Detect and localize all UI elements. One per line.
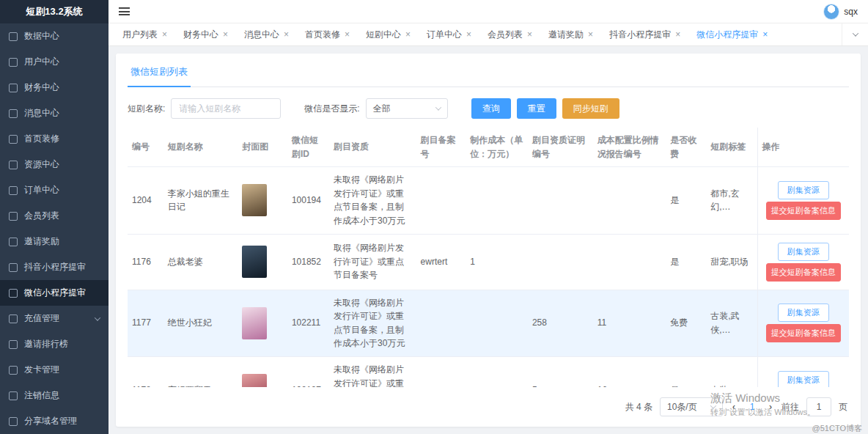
episode-resource-button[interactable]: 剧集资源: [778, 371, 829, 387]
home-decor-icon: [9, 135, 18, 144]
sidebar-item-2[interactable]: 财务中心: [0, 75, 108, 100]
cell: [466, 290, 528, 356]
sidebar-menu: 数据中心用户中心财务中心消息中心首页装修资源中心订单中心会员列表邀请奖励抖音小程…: [0, 23, 108, 434]
wechat-review-icon: [9, 289, 18, 298]
wechat-show-select[interactable]: 全部: [366, 98, 448, 119]
tab-9[interactable]: 微信小程序提审×: [688, 23, 776, 45]
cell: [416, 290, 466, 356]
next-page-button[interactable]: ›: [767, 402, 774, 412]
tab-8[interactable]: 抖音小程序提审×: [601, 23, 688, 45]
app-window: 短剧13.2系统 数据中心用户中心财务中心消息中心首页装修资源中心订单中心会员列…: [0, 0, 868, 434]
cell: 都市,玄幻,…: [706, 167, 757, 234]
close-icon[interactable]: ×: [588, 29, 593, 40]
episode-resource-button[interactable]: 剧集资源: [778, 304, 829, 322]
username: sqx: [844, 7, 858, 17]
goto-page-input[interactable]: [806, 397, 831, 416]
tab-1[interactable]: 财务中心×: [175, 23, 236, 45]
episode-resource-button[interactable]: 剧集资源: [778, 243, 829, 261]
cover-image: [242, 374, 267, 387]
cell: 总裁老婆: [163, 234, 238, 290]
sidebar-item-10[interactable]: 微信小程序提审: [0, 280, 108, 306]
tab-7[interactable]: 邀请奖励×: [540, 23, 601, 45]
logout-info-icon: [9, 391, 18, 400]
close-icon[interactable]: ×: [466, 29, 471, 40]
card-manage-icon: [9, 366, 18, 375]
menu-collapse-icon[interactable]: [119, 7, 130, 15]
reset-button[interactable]: 重置: [517, 98, 556, 119]
sidebar-item-1[interactable]: 用户中心: [0, 49, 108, 75]
sync-drama-button[interactable]: 同步短剧: [562, 98, 619, 119]
finance-center-icon: [9, 84, 18, 92]
episode-resource-button[interactable]: 剧集资源: [778, 181, 829, 199]
sidebar-item-5[interactable]: 资源中心: [0, 152, 108, 177]
cell: [416, 356, 466, 387]
tab-3[interactable]: 首页装修×: [297, 23, 358, 45]
cell: [593, 167, 666, 234]
sidebar-item-8[interactable]: 邀请奖励: [0, 229, 108, 254]
cell: 1204: [128, 167, 163, 234]
sidebar-item-label: 注销信息: [24, 389, 59, 402]
column-header: 剧目资质: [329, 128, 416, 167]
submit-record-button[interactable]: 提交短剧备案信息: [766, 263, 841, 282]
share-domain-icon: [9, 417, 18, 426]
cell: 古装: [706, 356, 757, 387]
sidebar-item-11[interactable]: 充值管理: [0, 306, 108, 331]
page-size-select[interactable]: 10条/页: [660, 397, 723, 416]
sidebar-item-0[interactable]: 数据中心: [0, 23, 108, 49]
tab-label: 抖音小程序提审: [609, 29, 671, 41]
tab-6[interactable]: 会员列表×: [479, 23, 540, 45]
drama-name-input[interactable]: [171, 98, 281, 119]
column-header: 成本配置比例情况报告编号: [593, 128, 666, 167]
chevron-down-icon: [852, 30, 858, 36]
actions-cell: 剧集资源提交短剧备案信息: [757, 167, 849, 234]
tab-4[interactable]: 短剧中心×: [358, 23, 419, 45]
sidebar-item-9[interactable]: 抖音小程序提审: [0, 254, 108, 280]
sidebar-item-7[interactable]: 会员列表: [0, 203, 108, 229]
column-header: 短剧标签: [706, 128, 757, 167]
tab-0[interactable]: 用户列表×: [114, 23, 175, 45]
cell: 宠妃要翻天: [163, 356, 238, 387]
tab-label: 订单中心: [427, 29, 462, 41]
drama-table: 编号短剧名称封面图微信短剧ID剧目资质剧目备案号制作成本（单位：万元）剧目资质证…: [128, 128, 849, 387]
sidebar-item-6[interactable]: 订单中心: [0, 177, 108, 203]
column-header: 是否收费: [666, 128, 706, 167]
close-icon[interactable]: ×: [162, 29, 167, 40]
cell: 5: [528, 356, 593, 387]
sidebar-item-4[interactable]: 首页装修: [0, 126, 108, 152]
close-icon[interactable]: ×: [762, 29, 768, 40]
sidebar-item-label: 分享域名管理: [24, 415, 77, 427]
sidebar-item-12[interactable]: 邀请排行榜: [0, 331, 108, 357]
close-icon[interactable]: ×: [675, 29, 680, 40]
avatar: [823, 4, 839, 20]
sidebar-item-3[interactable]: 消息中心: [0, 100, 108, 126]
cell: 1176: [128, 234, 163, 290]
column-header: 制作成本（单位：万元）: [466, 128, 528, 167]
close-icon[interactable]: ×: [527, 29, 532, 40]
sidebar-item-14[interactable]: 注销信息: [0, 383, 108, 408]
search-button[interactable]: 查询: [471, 98, 511, 119]
sidebar-item-13[interactable]: 发卡管理: [0, 357, 108, 383]
sidebar-item-label: 微信小程序提审: [24, 287, 86, 299]
resource-center-icon: [9, 161, 18, 169]
cell: 免费: [666, 290, 706, 356]
wechat-drama-panel: 微信短剧列表 短剧名称: 微信是否显示: 全部 查询 重置 同步短剧: [116, 54, 861, 427]
cell: 1: [466, 234, 528, 290]
close-icon[interactable]: ×: [405, 29, 411, 40]
close-icon[interactable]: ×: [284, 29, 289, 40]
prev-page-button[interactable]: ‹: [730, 402, 738, 412]
close-icon[interactable]: ×: [223, 29, 228, 40]
sidebar-item-15[interactable]: 分享域名管理: [0, 408, 108, 434]
tab-5[interactable]: 订单中心×: [419, 23, 479, 45]
user-menu[interactable]: sqx: [823, 4, 858, 20]
sidebar-item-label: 资源中心: [24, 158, 59, 171]
sidebar-item-label: 邀请奖励: [24, 235, 59, 248]
tab-wechat-drama-list[interactable]: 微信短剧列表: [128, 64, 191, 87]
close-icon[interactable]: ×: [345, 29, 350, 40]
submit-record-button[interactable]: 提交短剧备案信息: [766, 202, 841, 220]
submit-record-button[interactable]: 提交短剧备案信息: [766, 324, 841, 342]
page-number[interactable]: 1: [745, 402, 760, 412]
tab-dropdown-button[interactable]: [842, 23, 868, 45]
cover-cell: [238, 167, 287, 234]
goto-suffix: 页: [839, 401, 847, 413]
tab-2[interactable]: 消息中心×: [236, 23, 297, 45]
